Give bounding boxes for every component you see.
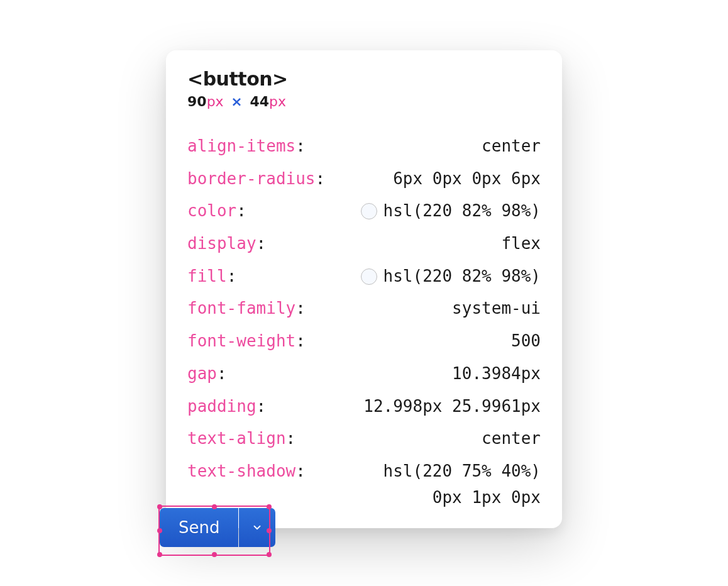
css-property-value: flex	[501, 232, 541, 256]
selection-handle-icon[interactable]	[157, 552, 162, 557]
css-property-value-text: hsl(220 82% 98%)	[383, 199, 541, 223]
css-property-value: center	[482, 135, 541, 158]
send-dropdown-button[interactable]	[239, 508, 275, 547]
css-property-name: gap	[187, 362, 227, 386]
css-property-name: font-family	[187, 297, 306, 321]
css-property-name: display	[187, 232, 266, 256]
css-property-value: hsl(220 82% 98%)	[361, 199, 541, 223]
selection-handle-icon[interactable]	[267, 552, 272, 557]
css-inspector-tooltip: <button> 90px × 44px align-items center …	[166, 50, 562, 528]
css-property-value-text: hsl(220 82% 98%)	[383, 265, 541, 289]
css-property-value: 500	[511, 329, 541, 353]
send-button-group: Send	[160, 508, 275, 547]
css-property-value: 10.3984px	[452, 362, 541, 386]
css-property-value-line: hsl(220 75% 40%)	[383, 460, 541, 484]
color-swatch-icon	[361, 203, 377, 219]
css-property-row: padding 12.998px 25.9961px	[187, 395, 541, 419]
css-property-name: fill	[187, 265, 236, 289]
css-property-value: hsl(220 75% 40%) 0px 1px 0px	[383, 460, 541, 509]
css-property-name: text-align	[187, 427, 295, 451]
css-property-row: fill hsl(220 82% 98%)	[187, 265, 541, 289]
css-property-row: font-family system-ui	[187, 297, 541, 321]
css-property-name: text-shadow	[187, 460, 306, 484]
css-property-value: system-ui	[452, 297, 541, 321]
css-properties-list: align-items center border-radius 6px 0px…	[187, 135, 541, 509]
css-property-value: center	[482, 427, 541, 451]
css-property-name: align-items	[187, 135, 306, 158]
css-property-row: gap 10.3984px	[187, 362, 541, 386]
dimension-width: 90	[187, 94, 207, 109]
css-property-value: 6px 0px 0px 6px	[393, 167, 541, 191]
dimension-height: 44	[250, 94, 269, 109]
css-property-row: text-align center	[187, 427, 541, 451]
dimension-unit: px	[269, 94, 286, 109]
css-property-value-line: 0px 1px 0px	[433, 486, 541, 510]
dimension-unit: px	[207, 94, 224, 109]
dimension-times: ×	[231, 94, 242, 109]
css-property-name: color	[187, 199, 246, 223]
css-property-row: text-shadow hsl(220 75% 40%) 0px 1px 0px	[187, 460, 541, 509]
css-property-row: font-weight 500	[187, 329, 541, 353]
element-dimensions: 90px × 44px	[187, 94, 541, 109]
send-button[interactable]: Send	[160, 508, 238, 547]
selection-handle-icon[interactable]	[212, 552, 217, 557]
color-swatch-icon	[361, 268, 377, 285]
css-property-row: display flex	[187, 232, 541, 256]
css-property-row: align-items center	[187, 135, 541, 158]
css-property-row: color hsl(220 82% 98%)	[187, 199, 541, 223]
chevron-down-icon	[251, 522, 263, 533]
css-property-name: padding	[187, 395, 266, 419]
css-property-value: hsl(220 82% 98%)	[361, 265, 541, 289]
css-property-row: border-radius 6px 0px 0px 6px	[187, 167, 541, 191]
css-property-value: 12.998px 25.9961px	[363, 395, 541, 419]
css-property-name: font-weight	[187, 329, 306, 353]
element-tag: <button>	[187, 68, 541, 90]
css-property-name: border-radius	[187, 167, 325, 191]
